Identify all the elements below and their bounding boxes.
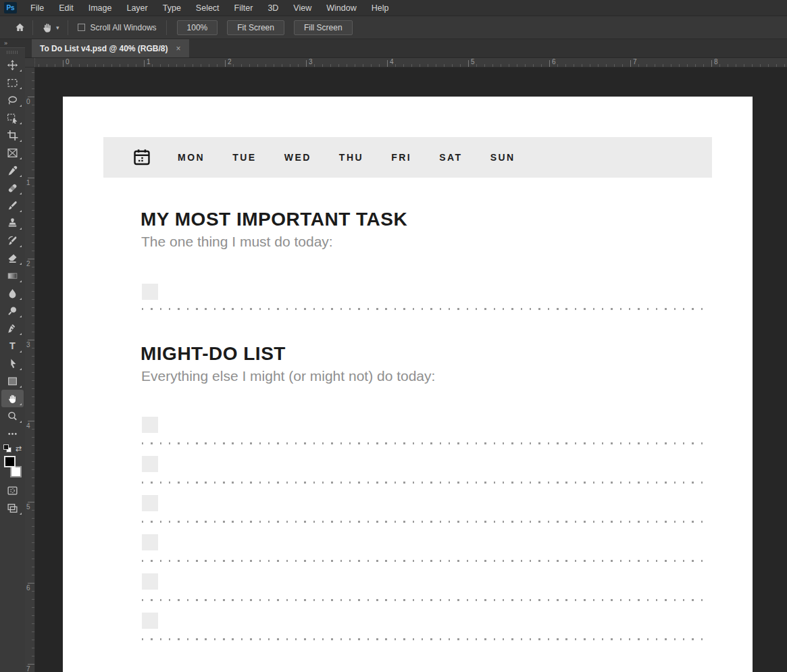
menu-image[interactable]: Image [81, 0, 120, 16]
menu-help[interactable]: Help [364, 0, 397, 16]
fit-screen-button[interactable]: Fit Screen [227, 20, 284, 35]
horizontal-ruler[interactable]: 012345678 [35, 58, 787, 67]
tool-zoom-tool[interactable] [1, 407, 24, 425]
tool-history-brush-tool[interactable] [1, 232, 24, 249]
toolbar-grip[interactable] [7, 51, 19, 54]
v-ruler-label: 4 [26, 422, 30, 430]
weekday-label-tue: TUE [232, 152, 257, 163]
todo-row [142, 573, 707, 613]
tool-type-tool[interactable]: T [1, 337, 24, 355]
quick-mask-mode-button[interactable] [1, 482, 24, 499]
dodge-tool-icon [7, 305, 18, 317]
tool-lasso-tool[interactable] [1, 91, 24, 109]
tool-clone-stamp-tool[interactable] [1, 214, 24, 232]
tool-frame-tool[interactable] [1, 144, 24, 161]
tool-move-tool[interactable] [1, 56, 24, 74]
todo-row [142, 613, 707, 652]
brush-tool-icon [7, 200, 18, 211]
type-tool-icon: T [7, 340, 18, 352]
tool-edit-toolbar[interactable] [1, 425, 24, 442]
menu-type[interactable]: Type [155, 0, 188, 16]
history-brush-tool-icon [7, 235, 18, 247]
menu-window[interactable]: Window [319, 0, 363, 16]
tool-path-selection-tool[interactable] [1, 355, 24, 372]
menu-file[interactable]: File [23, 0, 51, 16]
edit-toolbar-icon [7, 428, 18, 440]
menu-edit[interactable]: Edit [51, 0, 81, 16]
photoshop-logo: Ps [4, 2, 17, 14]
might-do-list-title: MIGHT-DO LIST [141, 343, 286, 365]
weekday-label-mon: MON [178, 152, 205, 163]
menu-bar: Ps FileEditImageLayerTypeSelectFilter3DV… [0, 0, 787, 16]
current-tool-indicator[interactable]: ▾ [39, 22, 62, 34]
todo-checkbox-graphic [142, 534, 158, 550]
v-ruler-label: 2 [26, 260, 30, 267]
vertical-ruler[interactable]: 01234567 [25, 68, 35, 672]
todo-writing-line [142, 442, 707, 444]
fill-screen-button[interactable]: Fill Screen [294, 20, 353, 35]
weekday-label-fri: FRI [391, 152, 411, 163]
todo-checkbox-graphic [142, 495, 158, 511]
tool-rectangular-marquee-tool[interactable] [1, 74, 24, 91]
todo-row [142, 534, 707, 573]
todo-writing-line [142, 560, 707, 562]
tool-blur-tool[interactable] [1, 284, 24, 302]
path-selection-tool-icon [7, 358, 18, 369]
tool-rectangle-tool[interactable] [1, 372, 24, 390]
default-colors-icon[interactable] [3, 444, 11, 453]
menu-3d[interactable]: 3D [260, 0, 286, 16]
swap-colors-icon[interactable]: ⇄ [16, 445, 22, 453]
scroll-all-windows-option: Scroll All Windows [74, 23, 161, 32]
clone-stamp-tool-icon [7, 217, 18, 229]
hand-tool-icon [41, 22, 53, 34]
move-tool-icon [7, 59, 18, 71]
h-ruler-label: 8 [714, 58, 718, 66]
document-tab-bar: To Do List v4.psd @ 40% (RGB/8) × [25, 39, 787, 58]
object-selection-tool-icon [7, 112, 18, 124]
rectangle-tool-icon [7, 376, 18, 387]
tool-gradient-tool[interactable] [1, 267, 24, 284]
menu-items: FileEditImageLayerTypeSelectFilter3DView… [23, 0, 396, 16]
tool-spot-healing-brush-tool[interactable] [1, 179, 24, 197]
tool-crop-tool[interactable] [1, 126, 24, 144]
zoom-100-button[interactable]: 100% [177, 20, 218, 35]
todo-checkbox-graphic [142, 573, 158, 590]
options-bar: ▾ Scroll All Windows 100% Fit Screen Fil… [0, 16, 787, 39]
background-color-swatch[interactable] [10, 466, 22, 477]
document-tab[interactable]: To Do List v4.psd @ 40% (RGB/8) × [32, 39, 189, 57]
scroll-all-windows-checkbox[interactable] [78, 24, 85, 31]
v-ruler-label: 1 [26, 179, 30, 186]
tab-close-icon[interactable]: × [176, 44, 181, 53]
home-icon[interactable] [12, 22, 27, 32]
document-tab-title: To Do List v4.psd @ 40% (RGB/8) [40, 44, 168, 53]
tool-dodge-tool[interactable] [1, 302, 24, 319]
h-ruler-label: 0 [66, 58, 70, 66]
h-ruler-label: 5 [471, 58, 475, 66]
toolbar-collapse-button[interactable]: » [0, 39, 25, 47]
foreground-color-swatch[interactable] [4, 456, 16, 467]
screen-mode-button[interactable] [1, 499, 24, 517]
todo-row [142, 456, 707, 495]
rectangular-marquee-tool-icon [7, 77, 18, 88]
h-ruler-label: 4 [390, 58, 394, 66]
ruler-origin-corner[interactable] [25, 58, 35, 67]
hand-tool-icon [7, 393, 18, 405]
tool-eyedropper-tool[interactable] [1, 161, 24, 179]
tool-brush-tool[interactable] [1, 197, 24, 214]
canvas-pasteboard[interactable]: MONTUEWEDTHUFRISATSUN MY MOST IMPORTANT … [35, 68, 787, 672]
eraser-tool-icon [7, 253, 18, 264]
document-page[interactable]: MONTUEWEDTHUFRISATSUN MY MOST IMPORTANT … [63, 97, 753, 672]
tool-pen-tool[interactable] [1, 319, 24, 337]
menu-view[interactable]: View [286, 0, 319, 16]
tool-object-selection-tool[interactable] [1, 109, 24, 126]
default-colors-widget: ⇄ [1, 442, 24, 455]
tool-hand-tool[interactable] [1, 390, 24, 407]
menu-layer[interactable]: Layer [119, 0, 155, 16]
eyedropper-tool-icon [7, 165, 18, 176]
v-ruler-label: 0 [26, 98, 30, 105]
scroll-all-windows-label: Scroll All Windows [91, 23, 157, 32]
menu-filter[interactable]: Filter [227, 0, 261, 16]
tool-eraser-tool[interactable] [1, 249, 24, 267]
chevron-down-icon: ▾ [56, 24, 59, 31]
menu-select[interactable]: Select [188, 0, 227, 16]
